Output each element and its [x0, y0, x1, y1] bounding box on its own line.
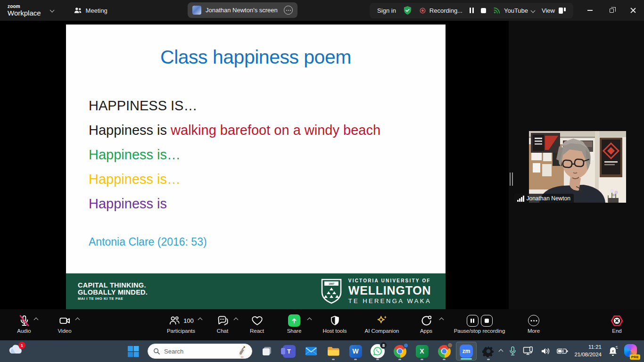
taskbar-search[interactable]	[148, 344, 252, 359]
end-meeting-button[interactable]: End	[610, 313, 624, 334]
participants-options-chevron[interactable]	[198, 318, 203, 322]
sign-in-button[interactable]: Sign in	[377, 7, 396, 14]
participant-name-tag: Jonathan Newton	[514, 194, 574, 203]
participants-button[interactable]: 100 Participants	[157, 313, 206, 334]
university-shield-icon: 1897	[321, 278, 342, 304]
end-call-icon	[610, 313, 624, 328]
university-logo: 1897 VICTORIA UNIVERSITY OF WELLINGTON T…	[321, 278, 431, 304]
windows-taskbar: 1	[0, 340, 644, 362]
view-button[interactable]: View	[542, 7, 566, 14]
ai-companion-button[interactable]: AI Companion	[355, 313, 408, 334]
shared-screen-pill[interactable]: Jonathan Newton's screen	[188, 2, 297, 18]
slide-citation: Antonia Clare (2016: 53)	[89, 236, 207, 248]
panel-drag-handle[interactable]	[510, 173, 513, 186]
teams-app[interactable]: T	[279, 342, 299, 361]
participant-video-tile[interactable]	[529, 131, 626, 203]
meeting-tab-label: Meeting	[86, 7, 107, 14]
taskbar-clock[interactable]: 11:21 21/08/2024	[574, 344, 602, 358]
battery-charging-icon[interactable]	[557, 348, 568, 354]
recording-label: Recording...	[429, 7, 462, 14]
chat-button[interactable]: Chat	[206, 313, 239, 334]
react-button[interactable]: React	[239, 313, 274, 334]
whatsapp-app[interactable]: 8	[367, 342, 388, 361]
restore-button[interactable]	[601, 0, 622, 21]
apps-options-chevron[interactable]	[439, 318, 444, 322]
gear-icon	[482, 345, 495, 357]
university-name: VICTORIA UNIVERSITY OF WELLINGTON TE HER…	[348, 279, 431, 304]
task-view-icon	[261, 346, 272, 357]
video-camera-icon	[58, 314, 71, 327]
video-label: Video	[58, 328, 71, 334]
chrome-app-1[interactable]	[389, 342, 410, 361]
pause-recording-icon[interactable]	[470, 8, 474, 13]
word-app[interactable]: W	[345, 342, 366, 361]
apps-button[interactable]: Apps	[408, 313, 444, 334]
task-view-button[interactable]	[256, 342, 277, 361]
toolbar-center-group: 100 Participants Chat	[157, 313, 553, 334]
file-explorer-app[interactable]	[323, 342, 344, 361]
hidden-icons-chevron[interactable]	[499, 349, 504, 354]
folder-icon	[327, 346, 340, 357]
zoom-logo-text: zoom	[8, 4, 41, 9]
share-button[interactable]: Share	[274, 313, 314, 334]
notification-badge: 1	[18, 342, 25, 349]
chat-bubble-icon	[216, 314, 229, 327]
host-tools-button[interactable]: Host tools	[314, 313, 355, 334]
tray-microphone-icon[interactable]	[509, 346, 517, 356]
participants-icon	[74, 7, 82, 14]
cast-display-icon[interactable]	[523, 346, 534, 356]
onedrive-icon[interactable]: 1	[8, 344, 24, 358]
zoom-meeting-window: zoom Workplace Meeting Jonathan Newton's…	[0, 0, 644, 362]
chevron-down-icon[interactable]	[50, 8, 54, 12]
youtube-live-control[interactable]: YouTube	[493, 7, 535, 14]
status-pill: Sign in Recording... YouTube View	[370, 3, 573, 18]
sparkle-icon	[375, 314, 388, 327]
zoom-workplace-logo[interactable]: zoom Workplace	[8, 4, 41, 16]
excel-app[interactable]: X	[412, 342, 432, 361]
audio-button[interactable]: Audio	[4, 313, 44, 334]
pause-stop-recording-label: Pause/stop recording	[454, 328, 505, 334]
window-controls	[579, 0, 644, 21]
search-input[interactable]	[164, 348, 221, 355]
participants-label: Participants	[167, 328, 195, 334]
participants-icon	[168, 314, 181, 327]
video-options-chevron[interactable]	[75, 318, 80, 322]
apps-label: Apps	[420, 328, 432, 334]
zoom-app-icon: zm	[460, 345, 473, 358]
share-options-chevron[interactable]	[307, 318, 312, 322]
taskbar-center-icons: T W	[123, 342, 499, 361]
top-bar: zoom Workplace Meeting Jonathan Newton's…	[0, 0, 644, 21]
start-button[interactable]	[123, 342, 143, 361]
more-button[interactable]: More	[515, 313, 553, 334]
chat-options-chevron[interactable]	[234, 318, 239, 322]
chrome-app-2[interactable]	[434, 342, 454, 361]
video-button[interactable]: Video	[44, 313, 85, 334]
react-label: React	[250, 328, 264, 334]
notification-bell-icon[interactable]: z	[608, 346, 618, 357]
poem-line-1: HAPPINESS IS…	[89, 93, 380, 118]
recording-indicator[interactable]: Recording...	[419, 7, 462, 14]
more-options-icon[interactable]	[284, 6, 293, 15]
zoom-app[interactable]: zm	[456, 342, 477, 361]
shared-presentation-slide: Class happiness poem HAPPINESS IS… Happi…	[66, 25, 446, 309]
windows-icon	[127, 346, 139, 357]
mail-app[interactable]	[301, 342, 322, 361]
copilot-button[interactable]: PRE	[624, 344, 638, 358]
stop-recording-icon[interactable]	[481, 315, 493, 327]
speaker-icon[interactable]	[540, 347, 551, 355]
close-button[interactable]	[622, 0, 644, 21]
apps-icon	[420, 314, 433, 327]
copilot-pre-badge: PRE	[630, 354, 640, 360]
tab-meeting[interactable]: Meeting	[74, 7, 107, 14]
pause-recording-icon[interactable]	[467, 315, 479, 327]
minimize-button[interactable]	[579, 0, 601, 21]
meeting-content-area: Class happiness poem HAPPINESS IS… Happi…	[0, 21, 644, 309]
screen-thumbnail-icon	[192, 6, 201, 15]
participant-name: Jonathan Newton	[527, 195, 570, 202]
whatsapp-badge: 8	[380, 342, 387, 349]
stop-recording-icon[interactable]	[481, 8, 486, 13]
pause-stop-recording-button[interactable]: Pause/stop recording	[444, 313, 515, 334]
settings-app[interactable]	[478, 342, 499, 361]
banner-tagline: CAPITAL THINKING. GLOBALLY MINDED. MAI I…	[78, 282, 148, 300]
audio-options-chevron[interactable]	[34, 318, 39, 322]
